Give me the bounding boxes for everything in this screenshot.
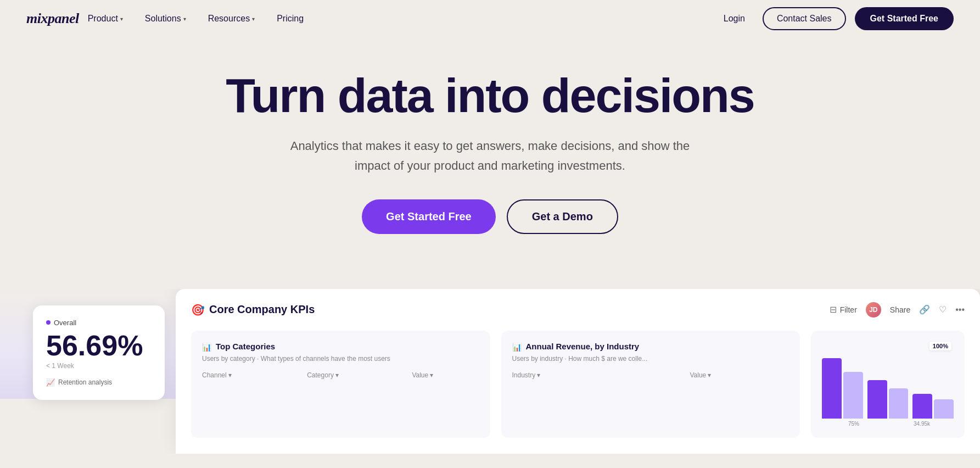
card1-subtitle: Users by category · What types of channe…: [202, 355, 479, 363]
hero-buttons: Get Started Free Get a Demo: [11, 199, 969, 234]
bar-lavender-2: [889, 388, 909, 419]
nav-links: Product ▾ Solutions ▾ Resources ▾ Pricin…: [79, 9, 715, 28]
bar-lavender-1: [843, 372, 863, 419]
overall-text: Overall: [54, 319, 76, 327]
card1-header: 📊 Top Categories: [202, 342, 479, 352]
chart-icon: 📈: [46, 378, 55, 387]
retention-analysis-label: 📈 Retention analysis: [46, 378, 152, 387]
more-icon: •••: [955, 305, 965, 315]
bar-label-75: 75%: [822, 421, 886, 427]
column-category[interactable]: Category ▾: [307, 371, 407, 379]
bar-bottom-labels: 75% 34.95k: [822, 421, 954, 427]
column-value[interactable]: Value ▾: [412, 371, 479, 379]
nav-right: Login Contact Sales Get Started Free: [715, 7, 954, 30]
chevron-down-icon: ▾: [252, 16, 255, 22]
heart-icon: ♡: [939, 304, 947, 315]
login-button[interactable]: Login: [715, 9, 754, 28]
column-channel[interactable]: Channel ▾: [202, 371, 303, 379]
panel-title-text: Core Company KPIs: [209, 303, 315, 316]
bar-label-100: 100%: [929, 342, 951, 350]
top-categories-card: 📊 Top Categories Users by category · Wha…: [191, 331, 490, 438]
chevron-down-icon: ▾: [120, 16, 123, 22]
card2-header: 📊 Annual Revenue, by Industry: [512, 342, 789, 352]
bar-chart-card: 100% 75%: [811, 331, 965, 438]
target-icon: 🎯: [191, 303, 205, 316]
overall-label: Overall: [46, 319, 152, 327]
hero-demo-button[interactable]: Get a Demo: [507, 199, 618, 234]
share-label: Share: [890, 305, 910, 314]
dashboard-preview: Overall 56.69% < 1 Week 📈 Retention anal…: [0, 289, 980, 454]
bar-lavender-3: [934, 399, 954, 419]
filter-label: Filter: [840, 305, 857, 314]
card2-title: Annual Revenue, by Industry: [526, 342, 640, 351]
chevron-icon: ▾: [537, 371, 540, 379]
filter-icon: ⊟: [830, 304, 837, 315]
panel-actions: ⊟ Filter JD Share 🔗 ♡ •••: [830, 302, 965, 317]
more-action[interactable]: •••: [955, 305, 965, 315]
nav-solutions[interactable]: Solutions ▾: [136, 9, 195, 28]
column-value2[interactable]: Value ▾: [690, 371, 789, 379]
hero-section: Turn data into decisions Analytics that …: [0, 37, 980, 289]
column-industry[interactable]: Industry ▾: [512, 371, 686, 379]
nav-resources-label: Resources: [208, 14, 250, 24]
card1-chart-icon: 📊: [202, 343, 211, 352]
avatar: JD: [866, 302, 881, 317]
retention-percentage: 56.69%: [46, 331, 152, 360]
card2-subtitle: Users by industry · How much $ are we co…: [512, 355, 789, 363]
chevron-icon: ▾: [430, 371, 433, 379]
get-started-nav-button[interactable]: Get Started Free: [855, 7, 954, 30]
bar-purple-1: [822, 358, 842, 419]
link-icon: 🔗: [919, 304, 930, 315]
panel-title: 🎯 Core Company KPIs: [191, 303, 315, 316]
bar-chart-area: [822, 342, 954, 419]
nav-product-label: Product: [88, 14, 118, 24]
logo[interactable]: mixpanel: [26, 10, 79, 27]
panel-cards: 📊 Top Categories Users by category · Wha…: [191, 331, 965, 438]
chevron-icon: ▾: [335, 371, 339, 379]
nav-resources[interactable]: Resources ▾: [199, 9, 264, 28]
retention-card: Overall 56.69% < 1 Week 📈 Retention anal…: [33, 305, 165, 400]
dashboard-panel: 🎯 Core Company KPIs ⊟ Filter JD Share 🔗 …: [176, 289, 980, 454]
bar-group-3: [912, 394, 954, 419]
card2-table-header: Industry ▾ Value ▾: [512, 371, 789, 379]
card1-title: Top Categories: [216, 342, 275, 351]
card1-table-header: Channel ▾ Category ▾ Value ▾: [202, 371, 479, 379]
filter-action[interactable]: ⊟ Filter: [830, 304, 857, 315]
panel-header: 🎯 Core Company KPIs ⊟ Filter JD Share 🔗 …: [191, 302, 965, 317]
hero-subtitle: Analytics that makes it easy to get answ…: [276, 136, 704, 175]
bar-group-2: [867, 380, 909, 419]
purple-dot-icon: [46, 320, 51, 325]
annual-revenue-card: 📊 Annual Revenue, by Industry Users by i…: [501, 331, 800, 438]
bar-purple-3: [912, 394, 932, 419]
bar-label-value: 34.95k: [890, 421, 954, 427]
heart-action[interactable]: ♡: [939, 304, 947, 315]
retention-period: < 1 Week: [46, 362, 152, 370]
nav-solutions-label: Solutions: [145, 14, 181, 24]
chevron-icon: ▾: [228, 371, 232, 379]
share-action[interactable]: Share: [890, 305, 910, 314]
hero-get-started-button[interactable]: Get Started Free: [362, 199, 496, 234]
contact-sales-button[interactable]: Contact Sales: [763, 7, 846, 30]
chevron-down-icon: ▾: [183, 16, 186, 22]
bar-group-1: [822, 358, 863, 419]
card2-chart-icon: 📊: [512, 343, 522, 352]
nav-pricing-label: Pricing: [277, 14, 304, 24]
link-action[interactable]: 🔗: [919, 304, 930, 315]
chevron-icon: ▾: [708, 371, 711, 379]
hero-title: Turn data into decisions: [11, 70, 969, 121]
bar-purple-2: [867, 380, 887, 419]
nav-product[interactable]: Product ▾: [79, 9, 132, 28]
navbar: mixpanel Product ▾ Solutions ▾ Resources…: [0, 0, 980, 37]
nav-pricing[interactable]: Pricing: [268, 9, 312, 28]
retention-analysis-text: Retention analysis: [58, 378, 112, 386]
